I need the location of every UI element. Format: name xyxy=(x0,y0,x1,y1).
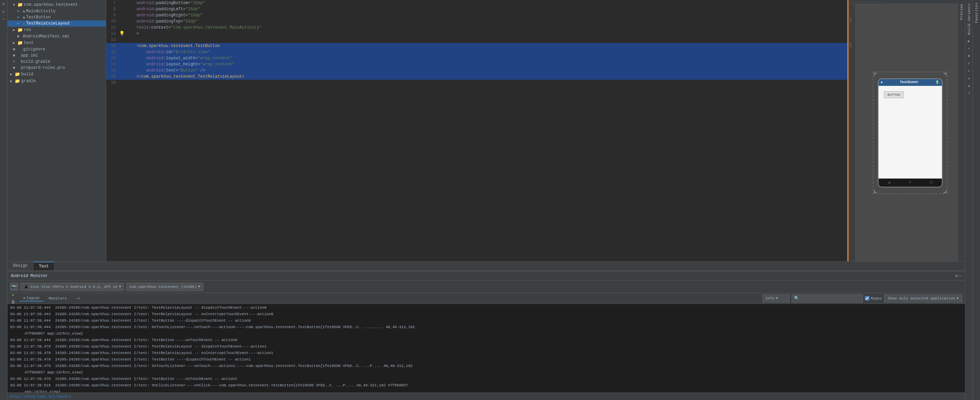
build-down2-icon[interactable]: ⬇ xyxy=(966,68,972,73)
phone-content: BUTTON xyxy=(878,86,942,178)
monitor-header-icons: ⚙ — xyxy=(956,273,962,278)
tool-icon-2[interactable]: ◎ xyxy=(1,9,6,14)
settings-icon[interactable]: ⚙ xyxy=(956,273,958,278)
tree-item-gradle[interactable]: ▶ 📁 gradle xyxy=(8,78,106,84)
editor-area: ▼ 📁 com.sparkhuu.testevent ● ▲ MainActiv… xyxy=(8,0,965,261)
log-line-10: 03-06 11:07:39.479 24205-24205/com.spark… xyxy=(8,376,965,382)
log-line-5: 03-06 11:07:39.444 24205-24205/com.spark… xyxy=(8,337,965,343)
logcat-icon: ≡ xyxy=(23,296,25,300)
tree-item-build[interactable]: ▶ 📁 build xyxy=(8,71,106,78)
tree-item-mainactivity[interactable]: ● ▲ MainActivity xyxy=(8,8,106,14)
log-line-3: 03-06 11:07:39.444 24205-24205/com.spark… xyxy=(8,317,965,324)
add-tab[interactable]: →+ xyxy=(72,296,83,301)
log-level-selector[interactable]: Info ▼ xyxy=(762,294,790,303)
tab-design[interactable]: Design xyxy=(8,262,33,271)
tree-item-appiml[interactable]: ■ app.iml xyxy=(8,53,106,59)
preview-device: ▶ TestEvent 🔋 BUTTON xyxy=(856,4,958,261)
java-icon: ● xyxy=(17,9,22,13)
regex-checkbox[interactable] xyxy=(865,296,869,301)
tree-item-androidmanifest[interactable]: ■ AndroidManifest.xml xyxy=(8,33,106,40)
logcat-tab[interactable]: ≡ logcat xyxy=(20,295,43,301)
preview-title: TestEvent xyxy=(900,80,918,84)
show-selected-button[interactable]: Show only selected application ▼ xyxy=(884,294,962,303)
log-line-11b: app:id/btn_view} xyxy=(8,389,965,392)
build-variants-label[interactable]: Build Variants xyxy=(967,2,971,36)
bulb-icon: 💡 xyxy=(119,31,125,37)
tree-label: com.sparkhuu.testevent xyxy=(24,2,78,7)
tree-item-gitignore[interactable]: ■ .gitignore xyxy=(8,46,106,53)
search-icon: 🔍 xyxy=(794,296,799,301)
file-icon: ■ xyxy=(13,66,20,70)
build-x-icon[interactable]: ✖ xyxy=(966,53,972,59)
favorites-label[interactable]: Favorites xyxy=(975,2,978,24)
file-sub-icon: ▲ xyxy=(23,9,25,13)
minimize-icon[interactable]: — xyxy=(959,274,962,278)
log-level-label: Info xyxy=(765,296,774,301)
regex-label[interactable]: Regex xyxy=(865,296,882,301)
build-help-icon[interactable]: ? xyxy=(966,91,972,96)
log-line-6: 03-06 11:07:39.479 24205-24205/com.spark… xyxy=(8,343,965,350)
back-btn: ◁ xyxy=(888,180,890,185)
monitor-title: Android Monitor xyxy=(11,274,48,278)
build-settings-icon[interactable]: ⚙ xyxy=(966,83,972,89)
log-line-2: 03-06 11:07:39.444 24205-24205/com.spark… xyxy=(8,311,965,317)
tree-item-test[interactable]: ▶ 📁 test xyxy=(8,40,106,46)
preview-panel: ─ ─ ─ ─ ─ ─ ─ ─ ─ 100 200 xyxy=(849,0,958,261)
tree-item-sparkhuu[interactable]: ▼ 📁 com.sparkhuu.testevent xyxy=(8,2,106,8)
build-up-icon[interactable]: ⬆ xyxy=(966,61,972,66)
tree-label: proguard-rules.pro xyxy=(21,65,65,70)
build-down-icon[interactable]: ⬇ xyxy=(966,46,972,51)
log-line-9: 03-06 11:07:39.479 24205-24205/com.spark… xyxy=(8,363,965,369)
tree-item-testbutton[interactable]: ● ▲ TestButton xyxy=(8,14,106,21)
ruler-left: 100 xyxy=(849,18,852,22)
recent-btn: □ xyxy=(930,180,932,184)
tree-item-testrelatvielayout[interactable]: ● ✦ TestRelatvieLayout xyxy=(8,21,106,27)
show-selected-arrow: ▼ xyxy=(956,296,959,300)
device-selector[interactable]: 📱 Vivo Vivo X5Pro V Android 5.0.2, API 2… xyxy=(21,283,124,291)
xml-icon: ✦ xyxy=(23,21,25,26)
tree-label: AndroidManifest.xml xyxy=(23,34,70,39)
folder-arrow: ▶ xyxy=(10,72,14,76)
code-line-20: 20 xyxy=(106,80,849,86)
corner-bl xyxy=(874,190,877,193)
build-android-icon[interactable]: ▲ xyxy=(966,76,972,81)
code-line-15: 15 android:id="@+id/btn_view" xyxy=(106,49,849,55)
tree-item-proguard[interactable]: ■ proguard-rules.pro xyxy=(8,65,106,71)
folder-arrow: ▶ xyxy=(13,41,16,45)
tool-icon-3[interactable]: ✦ xyxy=(1,16,6,22)
folder-icon: 📁 xyxy=(14,78,20,84)
search-input[interactable] xyxy=(799,295,861,302)
camera-icon[interactable]: 📷 xyxy=(10,283,18,291)
monitor-area: Android Monitor ⚙ — 📷 📱 Vivo Vivo X5Pro … xyxy=(8,271,965,400)
device-label: Vivo Vivo X5Pro V Android 5.0.2, API 21 xyxy=(30,285,118,289)
log-line-9b: #7f0b0057 app:id/btn_view} xyxy=(8,369,965,376)
build-run-icon[interactable]: ▶ xyxy=(966,38,972,44)
editor-tabs: Design Text xyxy=(8,261,965,271)
tab-text[interactable]: Text xyxy=(33,262,54,271)
tree-item-res[interactable]: ▶ 📁 res xyxy=(8,27,106,33)
status-left: ▶ xyxy=(881,80,883,84)
preview-right-strip: Preview xyxy=(958,0,965,261)
phone-status-bar: ▶ TestEvent 🔋 xyxy=(878,79,942,86)
app-selector[interactable]: com.sparkhuu.testevent (24205) ▼ xyxy=(126,283,203,291)
file-icon: ■ xyxy=(13,47,20,51)
app-dropdown-arrow: ▼ xyxy=(198,285,200,288)
device-dropdown-arrow: ▼ xyxy=(119,285,121,288)
monitors-tab[interactable]: Monitors xyxy=(45,296,70,301)
status-right: 🔋 xyxy=(935,80,939,84)
code-line-19: 19 </com.sparkhuu.testevent.TestRelatvie… xyxy=(106,73,849,80)
home-btn: ○ xyxy=(909,180,911,184)
code-editor[interactable]: 7 android:paddingBottom="16dp" 8 android… xyxy=(106,0,849,261)
main-area: ▼ 📁 com.sparkhuu.testevent ● ▲ MainActiv… xyxy=(8,0,965,400)
play-icon[interactable]: ▶ xyxy=(10,292,16,298)
file-icon: ■ xyxy=(13,54,20,57)
preview-label[interactable]: Preview xyxy=(959,2,964,22)
code-line-10: 10 android:paddingTop="16dp" xyxy=(106,18,849,24)
log-line-4b: #7f0b0057 app:id/btn_view} xyxy=(8,330,965,337)
tree-label: test xyxy=(24,41,34,45)
tool-icon-1[interactable]: ⚙ xyxy=(1,2,6,7)
tree-item-buildgradle[interactable]: ● build.gradle xyxy=(8,59,106,65)
log-line-8: 03-06 11:07:39.479 24205-24205/com.spark… xyxy=(8,356,965,363)
log-output[interactable]: 03-06 11:07:39.444 24205-24205/com.spark… xyxy=(8,304,965,392)
folder-icon: 📁 xyxy=(14,72,20,77)
